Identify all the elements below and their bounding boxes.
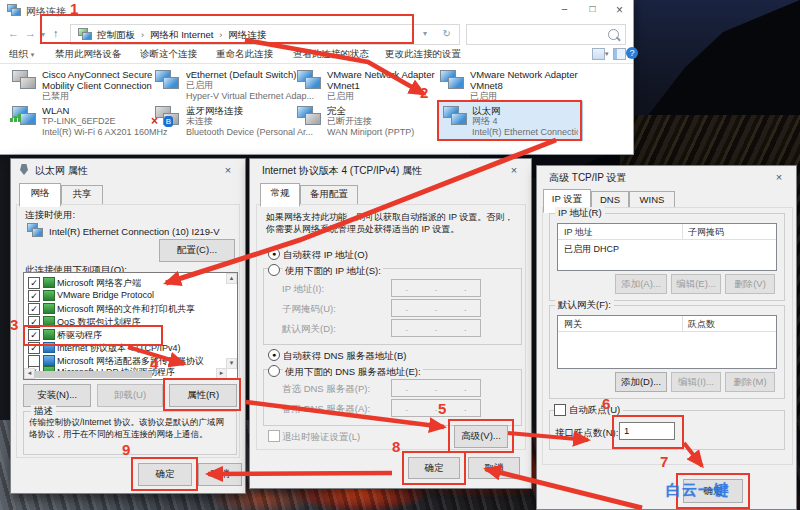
protocol-label[interactable]: Microsoft 网络的文件和打印机共享 bbox=[57, 303, 195, 316]
toolbar-change-settings[interactable]: 更改此连接的设置 bbox=[385, 48, 461, 61]
protocol-label[interactable]: VMware Bridge Protocol bbox=[57, 290, 154, 300]
subnet-mask-field[interactable]: ... bbox=[391, 299, 481, 317]
ip-addresses-table[interactable]: IP 地址 子网掩码 已启用 DHCP bbox=[557, 223, 777, 271]
step-number-1: 1 bbox=[70, 0, 78, 17]
refresh-icon[interactable]: ↻ bbox=[443, 28, 451, 39]
view-caret-icon[interactable]: ▾ bbox=[605, 50, 609, 58]
radio-auto-ip[interactable]: ● bbox=[268, 248, 280, 260]
forward-icon[interactable]: → bbox=[25, 27, 36, 39]
preferred-dns-field[interactable]: ... bbox=[391, 379, 481, 397]
tab-alternate-config[interactable]: 备用配置 bbox=[300, 185, 358, 205]
protocol-checkbox[interactable]: ✓ bbox=[28, 303, 40, 315]
search-box[interactable] bbox=[466, 24, 626, 45]
gateways-table[interactable]: 网关 跃点数 bbox=[557, 315, 777, 369]
back-icon[interactable]: ← bbox=[8, 27, 19, 39]
protocol-checkbox[interactable]: ✓ bbox=[28, 277, 40, 289]
remove-gateway-button[interactable]: 删除(M) bbox=[725, 372, 775, 392]
step-number-3: 3 bbox=[10, 316, 18, 333]
protocol-icon bbox=[43, 277, 55, 288]
column-header: 跃点数 bbox=[682, 316, 774, 331]
radio-manual-dns-label[interactable]: 使用下面的 DNS 服务器地址(E): bbox=[283, 366, 423, 379]
description-text: 传输控制协议/Internet 协议。该协议是默认的广域网络协议，用于在不同的相… bbox=[29, 417, 229, 440]
install-button[interactable]: 安装(N)... bbox=[23, 384, 91, 407]
dialog-title-bar[interactable]: 高级 TCP/IP 设置 × bbox=[537, 166, 796, 188]
scroll-down-icon[interactable]: ▾ bbox=[226, 358, 237, 369]
annotation-box-tcpipv4-item bbox=[23, 325, 163, 346]
hscroll-thumb[interactable] bbox=[34, 371, 152, 378]
remove-ip-button[interactable]: 删除(V) bbox=[725, 274, 775, 294]
uninstall-button[interactable]: 卸载(U) bbox=[97, 384, 163, 407]
validate-checkbox[interactable] bbox=[268, 430, 280, 442]
adapter-icon-vmnet8 bbox=[440, 70, 466, 94]
help-icon[interactable]: ? bbox=[626, 47, 638, 59]
radio-manual-ip-label[interactable]: 使用下面的 IP 地址(S): bbox=[283, 265, 383, 278]
edit-ip-button[interactable]: 编辑(E)... bbox=[671, 274, 721, 294]
radio-manual-ip[interactable] bbox=[268, 264, 280, 276]
dialog-title: Internet 协议版本 4 (TCP/IPv4) 属性 bbox=[262, 164, 422, 178]
close-icon[interactable]: × bbox=[501, 162, 527, 178]
cancel-button[interactable]: 取消 bbox=[468, 457, 520, 479]
address-dropdown-icon[interactable]: ▾ bbox=[423, 29, 427, 38]
toolbar-rename[interactable]: 重命名此连接 bbox=[216, 48, 273, 61]
cancel-button[interactable]: 取消 bbox=[198, 463, 242, 486]
ip-address-field[interactable]: ... bbox=[391, 279, 481, 297]
close-button[interactable]: × bbox=[607, 3, 632, 17]
close-icon[interactable]: × bbox=[215, 162, 241, 178]
tab-general[interactable]: 常规 bbox=[260, 183, 300, 207]
step-number-9: 9 bbox=[122, 441, 130, 458]
view-large-icon[interactable] bbox=[592, 48, 605, 60]
annotation-box-properties-button bbox=[163, 378, 241, 411]
maximize-button[interactable]: □ bbox=[580, 3, 605, 14]
close-icon[interactable]: × bbox=[766, 169, 792, 185]
search-icon-handle bbox=[616, 36, 621, 41]
step-number-7: 7 bbox=[660, 453, 668, 470]
adapter-icon-vethernet bbox=[155, 70, 181, 94]
table-row[interactable]: 已启用 DHCP bbox=[564, 243, 619, 256]
ip-address-label: IP 地址(I): bbox=[282, 283, 324, 296]
desktop: 网络连接 − □ × ← → ▾ ↑ 控制面板›网络和 Internet›网络连… bbox=[0, 0, 800, 510]
protocol-checkbox[interactable]: ✓ bbox=[28, 290, 40, 302]
dialog-title: 以太网 属性 bbox=[35, 164, 88, 178]
dialog-title-bar[interactable]: Internet 协议版本 4 (TCP/IPv4) 属性 × bbox=[250, 159, 531, 181]
column-header: 网关 bbox=[558, 316, 682, 331]
radio-auto-dns[interactable]: ● bbox=[268, 349, 280, 361]
add-gateway-button[interactable]: 添加(D)... bbox=[615, 372, 667, 392]
radio-auto-ip-label[interactable]: 自动获得 IP 地址(O) bbox=[283, 249, 368, 262]
adapter-icon-wan bbox=[297, 106, 323, 130]
view-details-icon[interactable] bbox=[613, 48, 626, 60]
watermark: 白云一键 bbox=[666, 481, 730, 500]
toolbar-diagnose[interactable]: 诊断这个连接 bbox=[140, 48, 197, 61]
add-ip-button[interactable]: 添加(A)... bbox=[615, 274, 667, 294]
protocol-label[interactable]: Microsoft 网络客户端 bbox=[57, 277, 141, 290]
default-gateway-field[interactable]: ... bbox=[391, 319, 481, 337]
scroll-up-icon[interactable]: ▴ bbox=[226, 273, 237, 284]
error-x-icon: × bbox=[151, 114, 158, 128]
edit-gateway-button[interactable]: 编辑(I)... bbox=[671, 372, 721, 392]
toolbar-view-status[interactable]: 查看此连接的状态 bbox=[293, 48, 369, 61]
auto-metric-checkbox[interactable] bbox=[554, 404, 566, 416]
toolbar-disable-device[interactable]: 禁用此网络设备 bbox=[55, 48, 122, 61]
alternate-dns-field[interactable]: ... bbox=[391, 399, 481, 417]
adapter-icon-bluetooth: × B bbox=[155, 106, 181, 130]
preferred-dns-label: 首选 DNS 服务器(P): bbox=[282, 383, 370, 396]
radio-manual-dns[interactable] bbox=[268, 365, 280, 377]
tab-network[interactable]: 网络 bbox=[19, 183, 61, 207]
intro-text: 如果网络支持此功能，则可以获取自动指派的 IP 设置。否则，你需要从网络系统管理… bbox=[266, 211, 518, 235]
radio-auto-dns-label[interactable]: 自动获得 DNS 服务器地址(B) bbox=[283, 350, 407, 363]
configure-button[interactable]: 配置(C)... bbox=[159, 239, 235, 262]
subnet-mask-label: 子网掩码(U): bbox=[282, 303, 336, 316]
tab-sharing[interactable]: 共享 bbox=[61, 185, 103, 205]
toolbar-organize[interactable]: 组织 ▾ bbox=[9, 48, 34, 61]
step-number-2: 2 bbox=[420, 84, 428, 101]
annotation-box-ok-ethernet bbox=[131, 457, 198, 491]
dialog-title: 高级 TCP/IP 设置 bbox=[549, 171, 627, 185]
organize-caret-icon: ▾ bbox=[31, 51, 35, 58]
adapter-item-vmnet8[interactable]: VMware Network Adapter VMnet8 已启用 bbox=[470, 69, 602, 102]
window-icon bbox=[7, 4, 21, 17]
annotation-box-metric-input bbox=[612, 415, 684, 449]
annotation-box-ethernet-item bbox=[437, 100, 582, 141]
dialog-title-bar[interactable]: 以太网 属性 × bbox=[11, 159, 245, 181]
gateways-group-label: 默认网关(F): bbox=[555, 299, 614, 312]
minimize-button[interactable]: − bbox=[552, 3, 577, 15]
alternate-dns-label: 备用 DNS 服务器(A): bbox=[282, 403, 370, 416]
